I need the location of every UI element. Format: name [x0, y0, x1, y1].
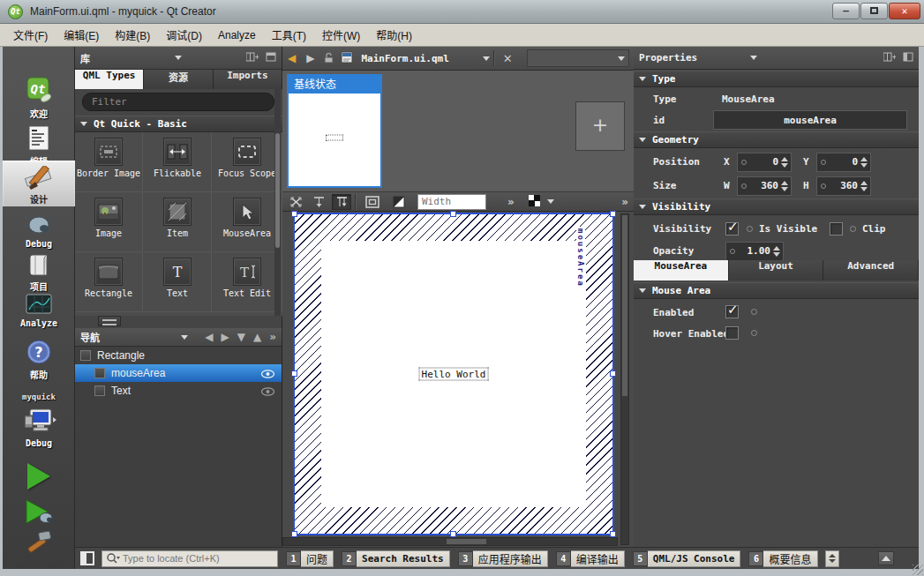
output-tab-compile-output[interactable]: 4 编译输出 [556, 550, 625, 567]
close-panel-icon[interactable] [903, 52, 913, 64]
x-spinbox[interactable]: 0 [737, 153, 792, 172]
menu-analyze[interactable]: Analyze [210, 26, 264, 45]
library-item-text-edit[interactable]: T Text Edit [213, 252, 282, 312]
spin-down-icon[interactable] [860, 187, 868, 191]
forward-icon[interactable]: ▶ [301, 52, 319, 64]
library-item-image[interactable]: Image [75, 192, 143, 252]
tree-row-rectangle[interactable]: Rectangle [75, 347, 282, 364]
contrast-icon[interactable] [389, 194, 409, 210]
output-pane-cycle-icon[interactable] [825, 550, 839, 567]
menu-tools[interactable]: 工具(T) [264, 24, 314, 46]
toggle-sidebar-icon[interactable] [80, 551, 94, 565]
hover-enabled-checkbox[interactable] [725, 326, 739, 340]
document-name[interactable]: MainForm.ui.qml [361, 53, 448, 64]
library-item-border-image[interactable]: Border Image [75, 132, 143, 192]
menu-edit[interactable]: 编辑(E) [56, 24, 107, 46]
width-field[interactable] [417, 194, 486, 210]
spin-up-icon[interactable] [781, 157, 788, 161]
clip-checkbox[interactable] [830, 222, 843, 236]
spin-down-icon[interactable] [773, 252, 780, 257]
mode-help[interactable]: ? 帮助 [3, 338, 75, 381]
mode-projects[interactable]: 项目 [3, 251, 75, 293]
visibility-eye-icon[interactable] [261, 386, 274, 399]
locator-input[interactable] [123, 553, 277, 564]
mode-design[interactable]: 设计 [3, 161, 75, 206]
navigator-dropdown-icon[interactable] [181, 335, 188, 340]
canvas-vertical-scrollbar[interactable] [620, 213, 629, 545]
library-item-text[interactable]: T Text [144, 252, 212, 312]
checker-style-icon[interactable] [529, 193, 540, 210]
bounding-rect-icon[interactable] [363, 194, 382, 210]
debug-run-button[interactable] [3, 498, 75, 525]
menu-file[interactable]: 文件(F) [5, 24, 56, 46]
move-left-icon[interactable]: ◀ [205, 331, 213, 343]
mode-debug[interactable]: Debug [3, 211, 75, 249]
resize-handle[interactable] [291, 370, 297, 377]
resize-grip[interactable] [913, 565, 923, 575]
navigator-header[interactable]: 导航 ◀ ▶ ▼ ▲ » [75, 328, 282, 347]
library-item-mousearea[interactable]: MouseArea [213, 192, 282, 252]
selected-item-outline[interactable]: mouseArea Hello World [293, 213, 614, 535]
tab-imports[interactable]: Imports [214, 70, 282, 89]
document-dropdown-icon[interactable] [483, 56, 490, 61]
spin-down-icon[interactable] [781, 187, 788, 191]
resize-handle[interactable] [610, 370, 616, 377]
binding-indicator-icon[interactable] [751, 330, 757, 336]
binding-indicator-icon[interactable] [751, 309, 757, 315]
resize-handle[interactable] [610, 531, 616, 537]
tab-qml-types[interactable]: QML Types [75, 70, 144, 89]
filter-input[interactable] [82, 93, 274, 111]
output-tab-search-results[interactable]: 2 Search Results [342, 550, 450, 567]
spin-up-icon[interactable] [773, 246, 780, 251]
close-button[interactable]: ✕ [889, 3, 920, 19]
spin-up-icon[interactable] [860, 157, 868, 161]
back-icon[interactable]: ◀ [282, 52, 301, 64]
text-element[interactable]: Hello World [419, 368, 489, 381]
base-state-card[interactable]: 基线状态 [287, 74, 382, 188]
overflow-chevron-icon[interactable]: » [507, 196, 515, 208]
snap-to-anchors-icon[interactable] [332, 194, 351, 210]
properties-dropdown-icon[interactable] [750, 56, 757, 60]
menu-build[interactable]: 构建(B) [107, 24, 158, 46]
type-section-header[interactable]: Type [634, 71, 919, 87]
id-field[interactable] [713, 110, 907, 130]
binding-indicator-icon[interactable] [850, 226, 856, 232]
spin-up-icon[interactable] [781, 181, 788, 185]
tab-resources[interactable]: 资源 [144, 70, 213, 89]
resize-handle[interactable] [610, 211, 616, 217]
editor-split-selector[interactable] [527, 49, 629, 67]
geometry-section-header[interactable]: Geometry [634, 131, 919, 148]
locator[interactable] [101, 550, 278, 567]
resize-handle[interactable] [450, 531, 456, 537]
spin-down-icon[interactable] [860, 163, 868, 168]
resize-handle[interactable] [291, 531, 297, 537]
library-dropdown-icon[interactable] [175, 56, 182, 60]
run-button[interactable] [3, 463, 75, 490]
maximize-output-pane-icon[interactable] [878, 551, 894, 565]
output-tab-issues[interactable]: 1 问题 [286, 550, 334, 567]
output-tab-application-output[interactable]: 3 应用程序输出 [458, 550, 548, 567]
close-document-icon[interactable]: ✕ [498, 52, 518, 65]
move-down-icon[interactable]: ▼ [237, 331, 245, 343]
snap-to-parent-icon[interactable] [309, 194, 328, 210]
search-icon[interactable] [106, 550, 120, 567]
properties-header[interactable]: Properties + [634, 47, 919, 70]
library-item-item[interactable]: Item [144, 192, 212, 252]
no-snapping-icon[interactable] [286, 194, 305, 210]
split-panel-icon[interactable]: + [246, 52, 259, 64]
close-panel-icon[interactable] [266, 52, 276, 64]
split-panel-icon[interactable]: + [883, 52, 896, 64]
tab-advanced[interactable]: Advanced [823, 260, 919, 281]
library-item-focus-scope[interactable]: Focus Scope [213, 132, 282, 192]
y-spinbox[interactable]: 0 [816, 153, 871, 172]
canvas-horizontal-scrollbar[interactable] [282, 537, 618, 546]
target-selector[interactable]: Debug [3, 407, 75, 448]
tree-row-text[interactable]: Text [75, 382, 282, 400]
move-right-icon[interactable]: ▶ [222, 331, 229, 343]
overflow-icon[interactable]: » [269, 331, 276, 343]
minimize-button[interactable]: — [832, 3, 860, 19]
add-state-button[interactable]: + [575, 101, 625, 151]
lock-icon[interactable] [319, 50, 338, 67]
tab-layout[interactable]: Layout [729, 260, 824, 281]
overflow-chevron-icon[interactable]: » [621, 196, 628, 208]
